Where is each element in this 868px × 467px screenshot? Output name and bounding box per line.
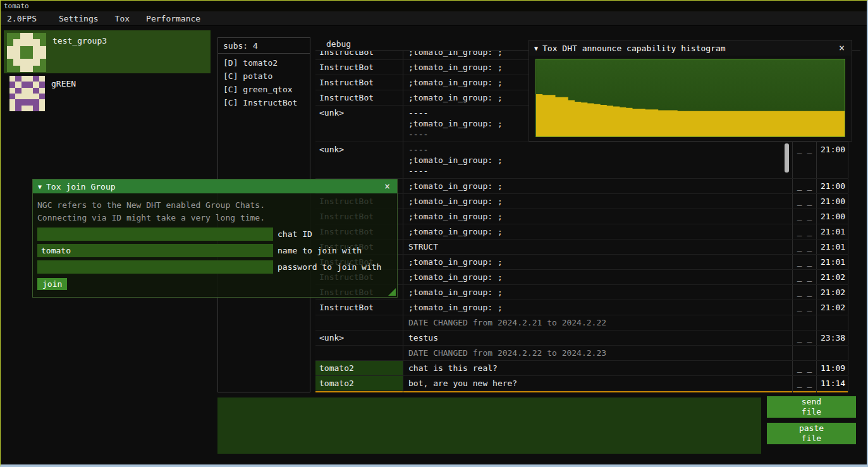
sidebar-group-test_group3[interactable]: test_group3 <box>4 30 211 73</box>
message-text: ;tomato_in_group: ; <box>403 224 793 239</box>
message-author: <unk> <box>315 331 403 345</box>
message-time: 11:15 <box>817 391 848 392</box>
date-changed-text: DATE CHANGED from 2024.2.21 to 2024.2.22 <box>403 315 793 330</box>
subs-count-header: subs: 4 <box>218 38 310 54</box>
group-name-label: gREEN <box>51 79 76 112</box>
message-author: <unk> <box>315 106 403 142</box>
histogram-plot-svg <box>536 59 845 136</box>
close-icon[interactable]: × <box>382 181 392 192</box>
receipt-marks <box>793 315 817 330</box>
message-input[interactable] <box>217 397 761 454</box>
dht-histogram-window: ▼ Tox DHT announce capability histogram … <box>529 40 852 142</box>
chat-scrollbar[interactable] <box>785 143 789 173</box>
receipt-marks: _ _ <box>793 300 817 315</box>
chat-message-row[interactable]: <unk>testus_ _23:38 <box>315 331 848 346</box>
message-author: InstructBot <box>315 60 403 75</box>
message-text: ;tomato_in_group: ; <box>403 209 793 224</box>
message-author: tomato2 <box>315 376 403 391</box>
message-text: STRUCT <box>403 240 793 254</box>
message-text: No, I've been in this group for quite so… <box>403 391 793 392</box>
join-group-title: Tox join Group <box>46 182 378 191</box>
message-text: bot, are you new here? <box>403 376 793 391</box>
menu-item-performance[interactable]: Performance <box>138 11 209 26</box>
histogram-plot <box>535 59 845 137</box>
message-author: InstructBot <box>315 75 403 90</box>
receipt-marks: _ _ <box>793 240 817 254</box>
receipt-marks: _ _ <box>793 376 817 391</box>
receipt-marks <box>793 346 817 360</box>
receipt-marks: _ _ <box>793 255 817 269</box>
subs-member-item[interactable]: [C] green_qtox <box>218 83 310 96</box>
receipt-marks: _ _ <box>793 331 817 345</box>
message-text: ;tomato_in_group: ; <box>403 194 793 209</box>
paste-file-button[interactable]: paste file <box>767 423 856 444</box>
message-time: 21:02 <box>817 285 848 300</box>
message-time: 21:01 <box>817 255 848 269</box>
join-name-input[interactable] <box>37 244 273 257</box>
message-time: 21:00 <box>817 194 848 209</box>
chat-message-row[interactable]: tomato2bot, are you new here?_ _11:14 <box>315 376 848 391</box>
close-icon[interactable]: × <box>837 42 847 54</box>
collapse-arrow-icon[interactable]: ▼ <box>38 183 42 190</box>
menu-item-settings[interactable]: Settings <box>51 11 107 26</box>
message-text: ;tomato_in_group: ; <box>403 179 793 193</box>
message-time <box>817 346 848 360</box>
join-button[interactable]: join <box>37 278 67 290</box>
message-time: 21:00 <box>817 142 848 178</box>
receipt-marks: _ _ <box>793 270 817 284</box>
message-author <box>315 346 403 360</box>
chat-id-label: chat ID <box>278 229 312 239</box>
resize-grip[interactable] <box>388 288 396 296</box>
message-text: chat is this real? <box>403 361 793 375</box>
group-name-label: test_group3 <box>52 36 107 71</box>
join-description-line: Connecting via ID might take a very long… <box>37 212 393 224</box>
join-password-input[interactable] <box>37 260 273 274</box>
message-author <box>315 315 403 330</box>
subs-member-item[interactable]: [C] InstructBot <box>218 96 310 109</box>
receipt-marks: _ _ <box>793 209 817 224</box>
join-description-line: NGC refers to the New DHT enabled Group … <box>37 199 393 212</box>
join-name-label: name to join with <box>278 246 362 255</box>
chat-id-input[interactable] <box>37 227 273 241</box>
receipt-marks: _ _ <box>793 142 817 178</box>
message-text: ;tomato_in_group: ; <box>403 270 793 284</box>
message-time: 21:02 <box>817 300 848 315</box>
date-separator-row[interactable]: DATE CHANGED from 2024.2.22 to 2024.2.23 <box>315 346 848 361</box>
receipt-marks: _ _ <box>793 224 817 239</box>
message-text: ---- ;tomato_in_group: ; ---- <box>403 142 793 178</box>
message-author: InstructBot <box>315 51 403 59</box>
receipt-marks: _ _ <box>793 194 817 209</box>
message-time: 21:01 <box>817 240 848 254</box>
message-text: ;tomato_in_group: ; <box>403 255 793 269</box>
message-text: testus <box>403 331 793 345</box>
subs-list: [D] tomato2[C] potato[C] green_qtox[C] I… <box>218 54 310 109</box>
message-time: 21:00 <box>817 209 848 224</box>
sidebar-group-green[interactable]: gREEN <box>4 73 211 114</box>
message-time: 11:09 <box>817 361 848 375</box>
chat-message-row[interactable]: <unk>---- ;tomato_in_group: ; ----_ _21:… <box>315 142 848 179</box>
receipt-marks: d <box>793 391 817 392</box>
join-password-label: password to join with <box>278 262 381 272</box>
app-window: tomato 2.0FPS Settings Tox Performance t… <box>0 0 868 467</box>
tab-debug[interactable]: debug <box>326 39 351 49</box>
subs-member-item[interactable]: [D] tomato2 <box>218 56 310 70</box>
send-file-button[interactable]: send file <box>767 396 856 418</box>
message-time: 23:38 <box>817 331 848 345</box>
window-titlebar: tomato <box>1 1 867 11</box>
menu-item-tox[interactable]: Tox <box>107 11 138 26</box>
message-author: InstructBot <box>315 391 403 392</box>
menubar: 2.0FPS Settings Tox Performance <box>1 11 867 26</box>
message-time: 21:00 <box>817 179 848 193</box>
message-author: <unk> <box>315 142 403 178</box>
dht-histogram-titlebar[interactable]: ▼ Tox DHT announce capability histogram … <box>529 40 852 56</box>
subs-member-item[interactable]: [C] potato <box>218 70 310 83</box>
date-changed-text: DATE CHANGED from 2024.2.22 to 2024.2.23 <box>403 346 793 360</box>
chat-message-row[interactable]: InstructBot;tomato_in_group: ;_ _21:02 <box>315 300 848 315</box>
date-separator-row[interactable]: DATE CHANGED from 2024.2.21 to 2024.2.22 <box>315 315 848 331</box>
chat-message-row[interactable]: InstructBotNo, I've been in this group f… <box>315 391 848 392</box>
collapse-arrow-icon[interactable]: ▼ <box>534 45 538 52</box>
group-avatar <box>7 33 46 72</box>
receipt-marks: _ _ <box>793 285 817 300</box>
chat-message-row[interactable]: tomato2chat is this real?_ _11:09 <box>315 361 848 376</box>
join-group-titlebar[interactable]: ▼ Tox join Group × <box>33 179 397 193</box>
